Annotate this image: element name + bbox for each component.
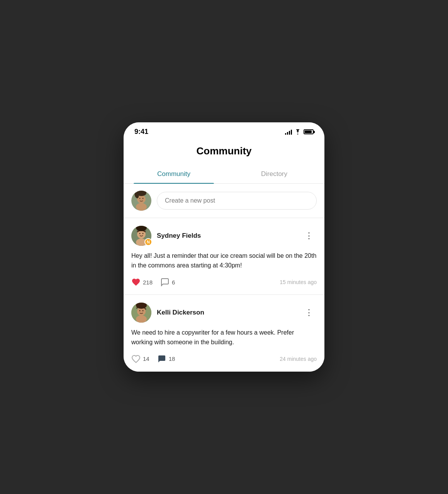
author-name: Kelli Dickerson (157, 309, 204, 316)
post-author-info: Kelli Dickerson (131, 303, 204, 323)
tab-bar: Community Directory (124, 165, 324, 184)
create-post-area (124, 184, 324, 218)
comment-icon (160, 277, 170, 287)
avatar-wrapper: N (131, 226, 151, 246)
svg-point-3 (136, 203, 147, 211)
tab-directory[interactable]: Directory (224, 165, 324, 183)
like-count: 218 (143, 279, 153, 286)
svg-point-18 (143, 310, 144, 311)
svg-point-4 (139, 198, 141, 199)
post-actions: 218 6 15 minutes ago (131, 277, 317, 287)
tab-community[interactable]: Community (124, 165, 224, 183)
post-card: Kelli Dickerson ⋮ We need to hire a copy… (124, 295, 324, 372)
kelli-avatar (131, 303, 151, 323)
avatar-wrapper (131, 303, 151, 323)
battery-icon (304, 129, 314, 134)
wifi-icon (294, 129, 301, 135)
comment-button[interactable]: 6 (160, 277, 175, 287)
more-options-button[interactable]: ⋮ (302, 229, 317, 242)
status-icons (285, 129, 314, 135)
status-bar: 9:41 (124, 122, 324, 139)
comment-button[interactable]: 18 (157, 354, 175, 364)
current-user-avatar (131, 191, 151, 211)
svg-point-17 (139, 310, 141, 311)
comment-count: 6 (172, 279, 175, 286)
post-badge: N (144, 238, 152, 246)
like-button[interactable]: 218 (131, 277, 153, 287)
author-name: Sydney Fields (157, 232, 201, 240)
phone-frame: 9:41 Community Community Directory (124, 122, 324, 371)
post-card: N Sydney Fields ⋮ Hey all! Just a remind… (124, 218, 324, 295)
like-button[interactable]: 14 (131, 354, 149, 364)
comment-filled-icon (157, 354, 166, 364)
signal-icon (285, 129, 292, 135)
post-header: N Sydney Fields ⋮ (131, 226, 317, 246)
svg-point-5 (143, 198, 144, 199)
post-content: Hey all! Just a reminder that our ice cr… (131, 251, 317, 271)
post-actions: 14 18 24 minutes ago (131, 354, 317, 364)
post-header: Kelli Dickerson ⋮ (131, 303, 317, 323)
post-author-info: N Sydney Fields (131, 226, 201, 246)
post-timestamp: 24 minutes ago (280, 356, 317, 362)
comment-count: 18 (169, 355, 175, 362)
more-options-button[interactable]: ⋮ (302, 306, 317, 319)
page-title: Community (124, 139, 324, 165)
heart-filled-icon (131, 277, 141, 287)
heart-outline-icon (131, 354, 141, 364)
post-content: We need to hire a copywriter for a few h… (131, 328, 317, 347)
svg-point-11 (139, 233, 141, 234)
create-post-input[interactable] (157, 192, 317, 210)
svg-point-0 (297, 134, 298, 135)
post-timestamp: 15 minutes ago (280, 279, 317, 285)
svg-point-12 (143, 233, 144, 234)
status-time: 9:41 (134, 128, 148, 136)
like-count: 14 (143, 355, 149, 362)
